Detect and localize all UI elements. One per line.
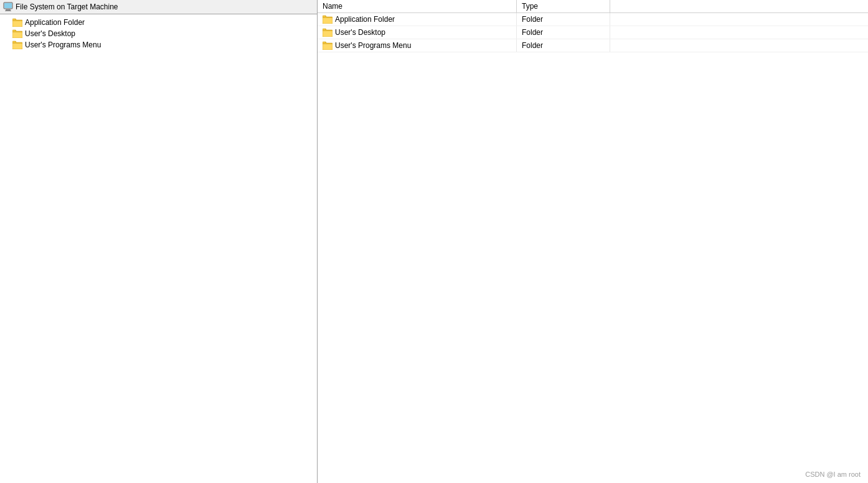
folder-icon bbox=[12, 29, 22, 38]
watermark: CSDN @I am root bbox=[805, 471, 861, 478]
detail-row-name: Application Folder bbox=[335, 15, 395, 24]
right-panel: Name Type Application Folder Folder User… bbox=[318, 0, 868, 483]
tree-item[interactable]: User's Desktop bbox=[0, 28, 317, 39]
computer-icon bbox=[3, 2, 13, 12]
svg-rect-3 bbox=[4, 3, 12, 8]
folder-icon bbox=[323, 15, 333, 24]
folder-icon bbox=[12, 41, 22, 49]
detail-row[interactable]: Application Folder Folder bbox=[318, 13, 868, 26]
detail-cell-extra bbox=[610, 44, 868, 47]
detail-cell-extra bbox=[610, 31, 868, 34]
svg-rect-9 bbox=[325, 42, 326, 43]
tree-item-label: User's Desktop bbox=[25, 29, 75, 38]
svg-rect-5 bbox=[15, 30, 16, 31]
tree-item-label: User's Programs Menu bbox=[25, 41, 101, 49]
svg-rect-4 bbox=[15, 19, 16, 20]
detail-cell-type: Folder bbox=[517, 26, 610, 39]
detail-row[interactable]: User's Desktop Folder bbox=[318, 26, 868, 39]
tree-content: Application Folder User's Desktop User's… bbox=[0, 14, 317, 53]
tree-item[interactable]: User's Programs Menu bbox=[0, 39, 317, 50]
folder-icon bbox=[12, 18, 22, 27]
detail-cell-name: User's Desktop bbox=[318, 26, 517, 39]
detail-cell-extra bbox=[610, 17, 868, 21]
folder-icon bbox=[323, 41, 333, 50]
detail-cell-type: Folder bbox=[517, 13, 610, 26]
svg-rect-1 bbox=[6, 9, 11, 11]
left-panel: File System on Target Machine Applicatio… bbox=[0, 0, 318, 483]
tree-header: File System on Target Machine bbox=[0, 0, 317, 14]
detail-cell-type: Folder bbox=[517, 39, 610, 52]
detail-header: Name Type bbox=[318, 0, 868, 13]
detail-cell-name: Application Folder bbox=[318, 13, 517, 26]
col-name: Name bbox=[318, 0, 517, 12]
main-container: File System on Target Machine Applicatio… bbox=[0, 0, 868, 483]
detail-row-name: User's Programs Menu bbox=[335, 41, 411, 50]
svg-rect-7 bbox=[325, 16, 326, 17]
detail-content: Application Folder Folder User's Desktop… bbox=[318, 13, 868, 483]
svg-rect-6 bbox=[15, 41, 16, 42]
col-type: Type bbox=[517, 0, 610, 12]
svg-rect-8 bbox=[325, 29, 326, 30]
col-extra bbox=[610, 0, 868, 12]
detail-row[interactable]: User's Programs Menu Folder bbox=[318, 39, 868, 52]
svg-rect-2 bbox=[5, 11, 11, 11]
tree-item-label: Application Folder bbox=[25, 18, 85, 27]
folder-icon bbox=[323, 28, 333, 37]
tree-header-label: File System on Target Machine bbox=[16, 2, 118, 11]
detail-row-name: User's Desktop bbox=[335, 28, 385, 37]
tree-item[interactable]: Application Folder bbox=[0, 17, 317, 28]
detail-cell-name: User's Programs Menu bbox=[318, 39, 517, 52]
